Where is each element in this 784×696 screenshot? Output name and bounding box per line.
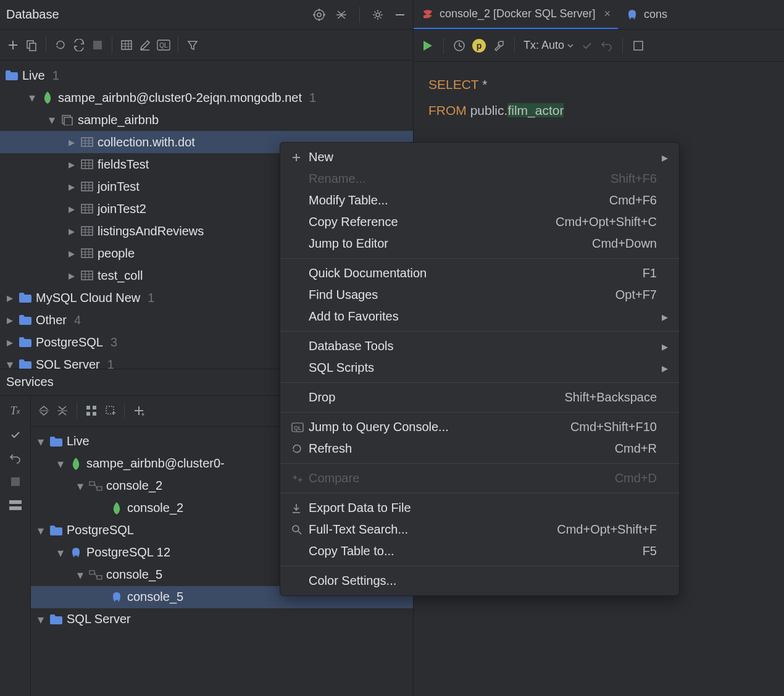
tree-root-live[interactable]: Live 1 <box>0 64 413 86</box>
menu-item[interactable]: Copy Table to...F5 <box>280 540 679 562</box>
chevron-right-icon[interactable] <box>67 201 77 216</box>
menu-item[interactable]: DropShift+Backspace <box>280 387 679 408</box>
svc-sqlserver[interactable]: SQL Server <box>31 608 413 631</box>
focus-icon[interactable] <box>312 8 326 22</box>
menu-item[interactable]: New▸ <box>280 146 679 168</box>
filter-icon[interactable] <box>186 38 199 52</box>
chevron-right-icon[interactable] <box>67 246 77 261</box>
chevron-down-icon[interactable] <box>27 90 37 105</box>
chevron-icon[interactable] <box>5 357 15 369</box>
menu-label: Refresh <box>309 442 615 456</box>
chevron-icon[interactable] <box>5 290 15 305</box>
add-icon[interactable] <box>6 38 20 52</box>
table-label: test_coll <box>98 269 143 283</box>
menu-item[interactable]: Export Data to File <box>280 497 679 519</box>
rollback2-icon[interactable] <box>600 39 614 52</box>
history-icon[interactable] <box>452 39 466 52</box>
menu-shortcut: Cmd+R <box>615 442 657 456</box>
menu-label: Export Data to File <box>309 501 657 515</box>
run-icon[interactable] <box>421 39 435 52</box>
close-icon[interactable]: × <box>604 7 611 20</box>
refresh-icon <box>291 443 309 455</box>
menu-label: Database Tools <box>309 339 657 353</box>
editor-content[interactable]: SELECT * FROM public.film_actor <box>414 62 784 133</box>
chevron-right-icon[interactable] <box>67 268 77 283</box>
chevron-right-icon[interactable] <box>67 135 77 149</box>
menu-label: Compare <box>309 471 615 485</box>
menu-item: Rename...Shift+F6 <box>280 168 679 190</box>
tree-schema[interactable]: sample_airbnb <box>0 109 413 131</box>
collapse-all-icon[interactable] <box>56 404 69 417</box>
collapse-icon[interactable] <box>335 8 348 22</box>
search-icon <box>291 524 309 535</box>
folder-count: 1 <box>148 291 154 305</box>
chevron-down-icon[interactable] <box>36 434 46 449</box>
tx-icon[interactable]: Tx <box>9 405 22 418</box>
gear-icon[interactable] <box>371 8 385 22</box>
menu-item[interactable]: RefreshCmd+R <box>280 438 679 459</box>
svg-rect-60 <box>9 500 22 504</box>
copy-icon[interactable] <box>25 38 38 52</box>
chevron-icon[interactable] <box>5 312 15 327</box>
expand-all-icon[interactable] <box>37 404 51 417</box>
stop-icon[interactable] <box>91 38 104 52</box>
menu-shortcut: F1 <box>643 266 657 280</box>
postgres-icon <box>625 8 639 22</box>
commit2-icon[interactable] <box>580 39 594 52</box>
menu-item[interactable]: Modify Table...Cmd+F6 <box>280 190 679 211</box>
menu-item[interactable]: Quick DocumentationF1 <box>280 262 679 284</box>
menu-item[interactable]: Find UsagesOpt+F7 <box>280 284 679 306</box>
chevron-down-icon[interactable] <box>56 545 65 560</box>
schema-indicator[interactable]: p <box>472 39 486 52</box>
tab-console2[interactable]: console_2 [Docker SQL Server] × <box>414 0 618 29</box>
stop2-icon[interactable] <box>9 475 22 488</box>
group-icon[interactable] <box>85 404 98 417</box>
add2-icon[interactable] <box>132 404 146 417</box>
sync-icon[interactable] <box>72 38 86 52</box>
chevron-right-icon[interactable] <box>67 224 77 238</box>
folder-icon <box>19 335 32 349</box>
chevron-down-icon[interactable] <box>75 479 85 493</box>
chevron-down-icon[interactable] <box>36 523 46 538</box>
menu-item[interactable]: Jump to EditorCmd+Down <box>280 233 679 254</box>
folder-label: MySQL Cloud New <box>36 291 140 305</box>
rollback-icon[interactable] <box>9 451 22 465</box>
wrench-icon[interactable] <box>492 39 506 52</box>
menu-item[interactable]: Copy ReferenceCmd+Opt+Shift+C <box>280 211 679 233</box>
tab-cons[interactable]: cons <box>618 0 675 29</box>
menu-item[interactable]: Color Settings... <box>280 570 679 592</box>
menu-item[interactable]: Full-Text Search...Cmd+Opt+Shift+F <box>280 519 679 540</box>
menu-item[interactable]: Add to Favorites▸ <box>280 306 679 327</box>
chevron-down-icon[interactable] <box>75 568 85 582</box>
pin-icon[interactable]: + <box>103 404 117 417</box>
svg-rect-13 <box>93 41 102 49</box>
layout-icon[interactable] <box>9 498 22 512</box>
database-header: Database <box>0 0 413 30</box>
folder-count: 3 <box>111 335 117 350</box>
svg-rect-14 <box>122 41 131 49</box>
menu-item[interactable]: SQL Scripts▸ <box>280 357 679 379</box>
svg-rect-59 <box>11 477 20 486</box>
sql-keyword: FROM <box>428 103 467 117</box>
folder-icon <box>49 613 63 626</box>
folder-icon <box>19 313 32 327</box>
commit-icon[interactable] <box>9 428 22 442</box>
refresh-icon[interactable] <box>54 38 67 52</box>
chevron-right-icon[interactable] <box>67 157 77 172</box>
output-icon[interactable] <box>632 39 645 52</box>
svg-text:QL: QL <box>294 425 301 431</box>
edit-icon[interactable] <box>138 38 152 52</box>
chevron-right-icon[interactable] <box>67 179 77 194</box>
menu-item[interactable]: QLJump to Query Console...Cmd+Shift+F10 <box>280 416 679 438</box>
chevron-down-icon[interactable] <box>47 112 57 127</box>
tx-mode[interactable]: Tx: Auto <box>523 39 574 52</box>
chevron-down-icon[interactable] <box>36 612 46 627</box>
chevron-down-icon[interactable] <box>56 456 65 471</box>
tree-connection[interactable]: sampe_airbnb@cluster0-2ejqn.mongodb.net … <box>0 86 413 109</box>
table-view-icon[interactable] <box>120 38 133 52</box>
chevron-icon[interactable] <box>5 335 15 350</box>
menu-item[interactable]: Database Tools▸ <box>280 335 679 357</box>
ql-icon[interactable]: QL <box>157 38 170 52</box>
minimize-icon[interactable] <box>393 8 407 22</box>
svg-text:+: + <box>112 409 116 417</box>
